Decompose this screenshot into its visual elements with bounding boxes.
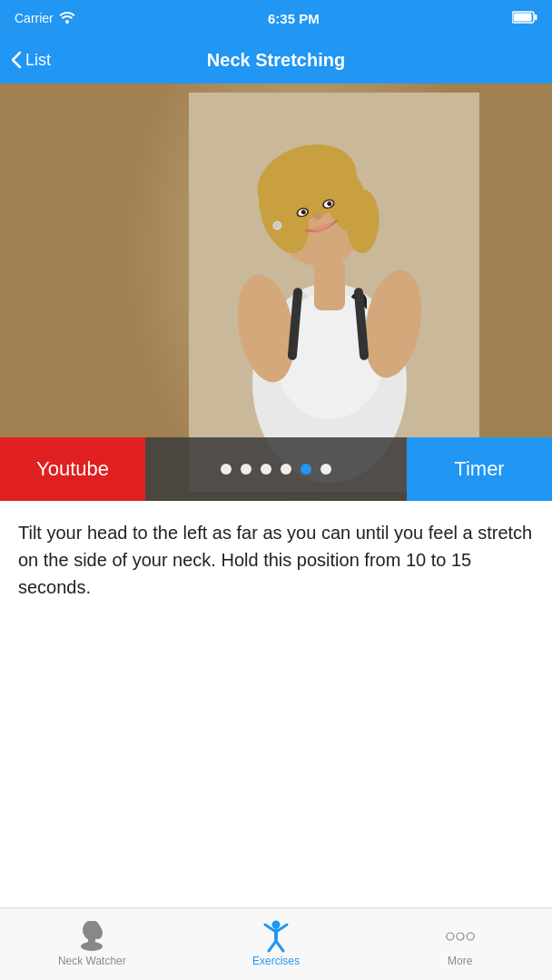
tab-more[interactable]: More bbox=[368, 922, 552, 967]
timer-button[interactable]: Timer bbox=[407, 437, 552, 501]
exercise-image: Youtube Timer bbox=[0, 83, 552, 501]
more-icon bbox=[446, 922, 475, 951]
dot-6 bbox=[320, 464, 331, 475]
dot-1 bbox=[221, 464, 232, 475]
svg-rect-3 bbox=[513, 13, 531, 21]
svg-line-37 bbox=[276, 941, 283, 951]
back-label: List bbox=[25, 51, 51, 70]
svg-point-32 bbox=[272, 920, 281, 928]
tab-neck-watcher-label: Neck Watcher bbox=[58, 955, 126, 967]
status-left: Carrier bbox=[15, 11, 75, 26]
battery-icon bbox=[512, 11, 537, 26]
exercises-icon bbox=[261, 922, 291, 951]
svg-rect-9 bbox=[314, 260, 345, 310]
dot-5 bbox=[301, 464, 311, 475]
svg-point-38 bbox=[446, 933, 453, 940]
carrier-label: Carrier bbox=[15, 11, 54, 25]
svg-point-31 bbox=[81, 942, 103, 951]
tab-bar: Neck Watcher Exercises bbox=[0, 907, 552, 980]
status-bar: Carrier 6:35 PM bbox=[0, 0, 552, 36]
back-button[interactable]: List bbox=[11, 51, 51, 70]
dot-4 bbox=[281, 464, 291, 475]
status-right bbox=[512, 11, 537, 26]
wifi-icon bbox=[59, 11, 75, 26]
dot-3 bbox=[261, 464, 271, 475]
youtube-button[interactable]: Youtube bbox=[0, 437, 145, 501]
svg-point-29 bbox=[94, 926, 103, 939]
dot-2 bbox=[241, 464, 251, 475]
neck-watcher-icon bbox=[77, 922, 106, 951]
svg-rect-2 bbox=[534, 15, 537, 20]
tab-exercises-label: Exercises bbox=[252, 955, 300, 967]
tab-exercises[interactable]: Exercises bbox=[184, 922, 369, 967]
nav-bar: List Neck Stretching bbox=[0, 36, 552, 83]
tab-neck-watcher[interactable]: Neck Watcher bbox=[0, 922, 184, 967]
svg-point-0 bbox=[65, 20, 69, 24]
person-illustration bbox=[189, 93, 479, 492]
page-title: Neck Stretching bbox=[207, 50, 345, 71]
overlay-bar: Youtube Timer bbox=[0, 437, 552, 501]
svg-point-39 bbox=[457, 933, 464, 940]
tab-more-label: More bbox=[448, 955, 472, 967]
status-time: 6:35 PM bbox=[268, 11, 320, 26]
svg-line-36 bbox=[269, 941, 276, 951]
exercise-description: Tilt your head to the left as far as you… bbox=[0, 501, 552, 619]
page-dots bbox=[221, 464, 331, 475]
svg-point-40 bbox=[467, 933, 474, 940]
